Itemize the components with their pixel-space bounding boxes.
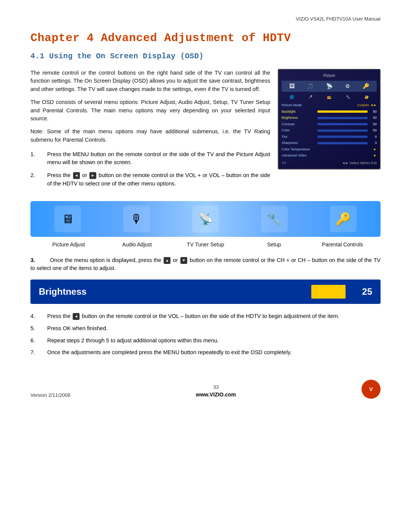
osd-title: Picture <box>282 73 377 78</box>
left-button-icon: ◄ <box>73 172 80 179</box>
osd-icons-row: 🖼 🎵 📡 ⚙ 🔑 <box>282 81 377 92</box>
step-6-text: Repeat steps 2 through 5 to adjust addit… <box>47 337 381 345</box>
menu-labels-row: Picture Adjust Audio Adjust TV Tuner Set… <box>30 241 381 249</box>
footer-page: 33 <box>196 383 236 391</box>
osd-icon-setup: ⚙ <box>345 82 350 90</box>
step-4-text: Press the ◄ button on the remote control… <box>47 312 381 321</box>
step-7: 7. Once the adjustments are completed pr… <box>30 348 381 357</box>
step-2-num: 2. <box>30 171 41 188</box>
step-6-num: 6. <box>30 337 41 345</box>
brightness-bar: Brightness 25 <box>30 280 381 304</box>
osd-icon-parental: 🔑 <box>363 82 369 90</box>
osd-backlight-row: Backlight 80 <box>282 109 377 115</box>
step-4: 4. Press the ◄ button on the remote cont… <box>30 312 381 321</box>
audio-icon: 🎙 <box>123 206 150 232</box>
step-1-text: Press the MENU button on the remote cont… <box>47 150 270 167</box>
intro-note: Note: Some of the main menu options may … <box>30 128 270 144</box>
step-5: 5. Press OK when finished. <box>30 324 381 333</box>
osd-brightness-row: Brightness 50 <box>282 115 377 121</box>
step-5-num: 5. <box>30 324 41 333</box>
brightness-indicator <box>311 285 346 299</box>
up-button-icon: ▲ <box>164 257 170 264</box>
step-2-text: Press the ◄ or ► button on the remote co… <box>47 171 270 188</box>
step-2: 2. Press the ◄ or ► button on the remote… <box>30 171 270 188</box>
menu-icon-picture: 🖥 <box>54 206 81 232</box>
osd-contrast-row: Contrast 50 <box>282 122 377 127</box>
menu-label-setup: Setup <box>240 241 308 249</box>
footer-version: Version 2/11/2008 <box>30 391 70 399</box>
step-1: 1. Press the MENU button on the remote c… <box>30 150 270 167</box>
osd-sharpness-row: Sharpness 3 <box>282 141 377 146</box>
tuner-icon: 📡 <box>192 206 219 232</box>
manual-title: VIZIO VS42L FHDTV10A User Manual <box>296 16 381 22</box>
down-button-icon: ▼ <box>180 257 187 264</box>
osd-screenshot: Picture 🖼 🎵 📡 ⚙ 🔑 🌐 🎤 📻 🔧 🔐 Picture Mode… <box>278 69 381 194</box>
step-4-num: 4. <box>30 312 41 321</box>
vizio-v: V <box>369 385 373 393</box>
menu-label-picture: Picture Adjust <box>34 241 103 249</box>
step-3-num: 3. <box>30 257 35 263</box>
footer-website: www.VIZIO.com <box>196 391 236 399</box>
osd-tint-row: Tint 0 <box>282 134 377 140</box>
osd-color-row: Color 50 <box>282 128 377 133</box>
right-button-icon: ► <box>89 172 96 179</box>
osd-colortemp-row: Color Temperature ► <box>282 147 377 152</box>
osd-icon-audio: 🎵 <box>307 82 314 90</box>
menu-banner: 🖥 🎙 📡 🔧 🔑 <box>30 201 381 237</box>
menu-icon-setup: 🔧 <box>261 206 288 232</box>
menu-icon-parental: 🔑 <box>330 206 357 232</box>
picture-icon: 🖥 <box>54 206 81 232</box>
footer-logo-area: V <box>362 380 381 399</box>
menu-icon-tuner: 📡 <box>192 206 219 232</box>
menu-icon-audio: 🎙 <box>123 206 150 232</box>
intro-para1: The remote control or the control button… <box>30 69 270 94</box>
intro-para2: The OSD consists of several menu options… <box>30 98 270 123</box>
setup-icon: 🔧 <box>261 206 288 232</box>
menu-label-parental: Parental Controls <box>308 241 377 249</box>
section-title: 4.1 Using the On Screen Display (OSD) <box>30 51 381 62</box>
page-footer: Version 2/11/2008 33 www.VIZIO.com V <box>30 380 381 399</box>
osd-icon-picture: 🖼 <box>289 82 295 90</box>
step-3: 3. Once the menu option is displayed, pr… <box>30 256 381 273</box>
osd-icon-tuner: 📡 <box>326 82 333 90</box>
osd-icons-row2: 🌐 🎤 📻 🔧 🔐 <box>282 94 377 101</box>
osd-mode-label: Picture Mode <box>282 103 302 108</box>
menu-label-tuner: TV Tuner Setup <box>171 241 240 249</box>
page-header: VIZIO VS42L FHDTV10A User Manual <box>30 15 381 23</box>
vizio-logo: V <box>362 380 381 399</box>
brightness-label: Brightness <box>39 285 304 299</box>
osd-footer: TV ◄► Select MENU Exit <box>282 161 377 166</box>
step-1-num: 1. <box>30 150 41 167</box>
osd-mode-value: Custom ◄► <box>357 103 377 108</box>
step-7-num: 7. <box>30 348 41 357</box>
footer-center: 33 www.VIZIO.com <box>196 383 236 399</box>
left-btn-icon: ◄ <box>73 313 80 320</box>
brightness-value: 25 <box>353 285 372 299</box>
step-5-text: Press OK when finished. <box>47 324 381 333</box>
menu-label-audio: Audio Adjust <box>103 241 171 249</box>
chapter-title: Chapter 4 Advanced Adjustment of HDTV <box>30 30 381 47</box>
osd-picture-mode-row: Picture Mode Custom ◄► <box>282 103 377 108</box>
step-7-text: Once the adjustments are completed press… <box>47 348 381 357</box>
parental-icon: 🔑 <box>330 206 357 232</box>
step-6: 6. Repeat steps 2 through 5 to adjust ad… <box>30 337 381 345</box>
osd-advvideo-row: Advanced Video ► <box>282 153 377 158</box>
